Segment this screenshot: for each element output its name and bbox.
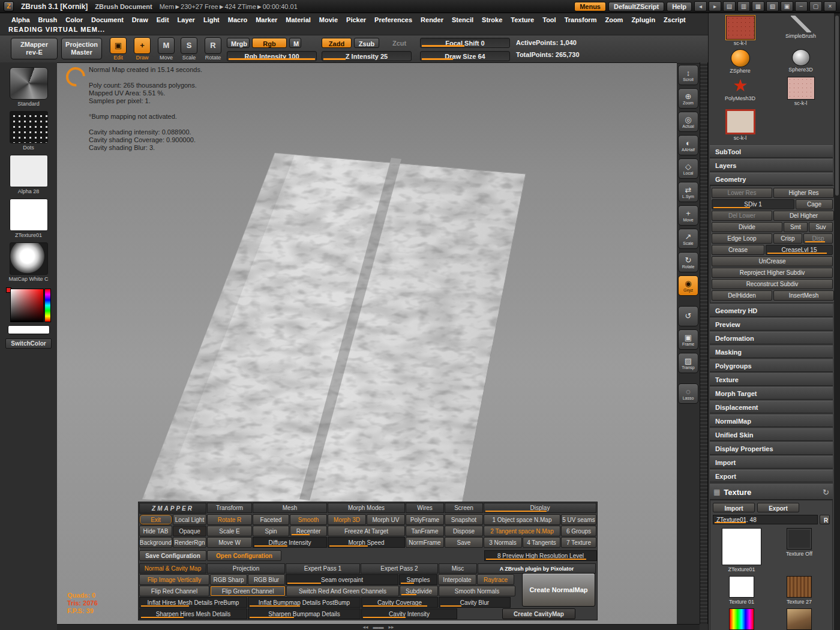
- menu-item[interactable]: Picker: [342, 16, 370, 24]
- zmapper-slider[interactable]: Inflat Bumpmap Details PostBump: [248, 597, 361, 608]
- document-layout-icon-2[interactable]: ▥: [737, 1, 750, 11]
- texture-palette-header[interactable]: ▦ Texture ↻: [710, 484, 833, 500]
- texture-slot[interactable]: Texture Off: [770, 528, 828, 572]
- zmapper-control[interactable]: Samples: [399, 574, 437, 585]
- zmapper-tab[interactable]: Expert Pass 1: [286, 563, 360, 574]
- transp-button[interactable]: ▨ Transp: [678, 353, 698, 373]
- zmapper-control[interactable]: Scale E: [207, 526, 252, 536]
- zmapper-control[interactable]: Flip Green Channel: [210, 586, 286, 596]
- rgb-button[interactable]: Rgb: [252, 38, 287, 48]
- rgb-intensity-slider[interactable]: Rgb Intensity 100: [227, 51, 317, 61]
- zmapper-tab[interactable]: Display: [484, 503, 596, 513]
- stroke-picker[interactable]: Dots: [7, 111, 51, 151]
- m-button[interactable]: M: [289, 38, 301, 48]
- zsub-button[interactable]: Zsub: [354, 38, 379, 48]
- color-picker[interactable]: [6, 287, 52, 322]
- zmapper-slider[interactable]: Sharpen Hires Mesh Details: [139, 608, 247, 619]
- menu-item[interactable]: Alpha: [7, 16, 34, 24]
- zcut-button[interactable]: Zcut: [389, 38, 409, 48]
- geometry-control[interactable]: Crease: [712, 245, 764, 255]
- menu-item[interactable]: Document: [87, 16, 128, 24]
- scroll-button[interactable]: ↕ Scroll: [678, 65, 698, 85]
- geometry-control[interactable]: Suv: [809, 222, 833, 232]
- zmapper-control[interactable]: 5 UV seams: [561, 514, 596, 525]
- menu-item[interactable]: Layer: [173, 16, 199, 24]
- loop-button[interactable]: ↺: [678, 306, 698, 326]
- actual-button[interactable]: ◎ Actual: [678, 112, 698, 132]
- zmapper-control[interactable]: Subdivide: [400, 586, 438, 596]
- zmapper-control[interactable]: Local Light: [173, 514, 206, 525]
- geometry-control[interactable]: Del Lower: [712, 211, 772, 221]
- palette-header[interactable]: Polygroups: [710, 359, 833, 372]
- menu-item[interactable]: Macro: [224, 16, 251, 24]
- zmapper-control[interactable]: Interpolate: [438, 574, 476, 585]
- geometry-control[interactable]: UnCrease: [712, 256, 833, 266]
- default-zscript-button[interactable]: DefaultZScript: [608, 2, 664, 11]
- menu-item[interactable]: Stencil: [448, 16, 478, 24]
- palette-header[interactable]: Import: [710, 456, 833, 469]
- geometry-control[interactable]: Smt: [784, 222, 808, 232]
- zmapper-control[interactable]: Hide TAB: [139, 526, 172, 536]
- menu-item[interactable]: Material: [281, 16, 315, 24]
- menu-item[interactable]: Movie: [315, 16, 342, 24]
- maximize-icon[interactable]: ▢: [809, 1, 822, 11]
- geometry-control[interactable]: Del Higher: [773, 211, 834, 221]
- zmapper-control[interactable]: Morph 3D: [328, 514, 366, 525]
- aahalf-button[interactable]: ◐ AAHalf: [678, 135, 698, 155]
- brush-picker[interactable]: Standard: [7, 67, 51, 107]
- zmapper-control[interactable]: Flip Red Channel: [139, 586, 209, 596]
- palette-header[interactable]: Displacement: [710, 401, 833, 413]
- menu-item[interactable]: Zplugin: [627, 16, 659, 24]
- edit-mode-button[interactable]: Edit: [108, 37, 128, 61]
- menu-item[interactable]: Edit: [152, 16, 173, 24]
- texture-import-button[interactable]: Import: [713, 503, 755, 512]
- texture-slot[interactable]: ZTexture01: [713, 528, 770, 572]
- zmapper-slider[interactable]: Inflat Hires Mesh Details PreBump: [139, 597, 247, 608]
- palette-header[interactable]: Masking: [710, 346, 833, 358]
- zmapper-control[interactable]: Smooth Normals: [439, 586, 515, 596]
- document-layout-icon-1[interactable]: ▤: [723, 1, 736, 11]
- mrgb-button[interactable]: Mrgb: [227, 38, 250, 48]
- palette-header[interactable]: Geometry HD: [710, 304, 833, 317]
- draw-size-slider[interactable]: Draw Size 64: [420, 51, 510, 61]
- geometry-control[interactable]: Higher Res: [773, 188, 834, 198]
- zmapper-control[interactable]: Exit: [139, 514, 172, 525]
- zmapper-tab[interactable]: Normal & Cavity Map: [139, 563, 206, 574]
- texture-r-button[interactable]: R: [820, 515, 830, 524]
- zmapper-control[interactable]: 4 Tangents: [523, 537, 560, 548]
- zmapper-control[interactable]: RGB Sharp: [210, 574, 247, 585]
- texture-slot[interactable]: Texture 01: [713, 576, 770, 605]
- zmapper-control[interactable]: Recenter: [290, 526, 327, 536]
- geometry-control[interactable]: Lower Res: [712, 188, 772, 198]
- zmapper-tab[interactable]: Morph Modes: [328, 503, 405, 513]
- geometry-control[interactable]: SDiv 1: [712, 199, 794, 209]
- geometry-control[interactable]: Cage: [796, 199, 833, 209]
- document-layout-icon-3[interactable]: ▦: [752, 1, 764, 11]
- texture-refresh-icon[interactable]: ↻: [823, 488, 829, 497]
- palette-header-geometry[interactable]: Geometry: [710, 173, 833, 185]
- menu-item[interactable]: Light: [199, 16, 224, 24]
- geometry-control[interactable]: DelHidden: [712, 290, 772, 301]
- rotate-mode-button[interactable]: Rotate: [203, 37, 223, 61]
- document-layout-icon-4[interactable]: ▧: [766, 1, 779, 11]
- zmapper-tab[interactable]: ZMAPPER: [139, 503, 206, 514]
- geometry-control[interactable]: Divide: [712, 222, 782, 232]
- menu-item[interactable]: Zscript: [659, 16, 690, 24]
- zmapper-control[interactable]: Open Configuration: [207, 550, 281, 561]
- menu-item[interactable]: Brush: [34, 16, 62, 24]
- zmapper-control[interactable]: RGB Blur: [248, 574, 285, 585]
- palette-header[interactable]: Export: [710, 470, 833, 482]
- texture-slot[interactable]: Texture 27: [770, 576, 828, 605]
- texture-slot[interactable]: Texture 40: [713, 608, 770, 630]
- zmapper-control[interactable]: NormFrame: [406, 537, 444, 548]
- zmapper-control[interactable]: Faceted: [253, 514, 289, 525]
- projection-master-button[interactable]: Projection Master: [61, 38, 102, 59]
- rotate-button[interactable]: ↻ Rotate: [678, 252, 698, 272]
- scroll-left-icon[interactable]: ◂: [694, 1, 707, 11]
- lsym-button[interactable]: ⇄ L.Sym: [678, 182, 698, 202]
- zmapper-slider[interactable]: Cavity Coverage: [361, 597, 438, 608]
- gxyz-button[interactable]: ◉ Gxyz: [678, 275, 698, 296]
- menu-item[interactable]: Texture: [506, 16, 538, 24]
- menu-item[interactable]: Stroke: [478, 16, 506, 24]
- zmapper-control[interactable]: Dispose: [445, 526, 483, 536]
